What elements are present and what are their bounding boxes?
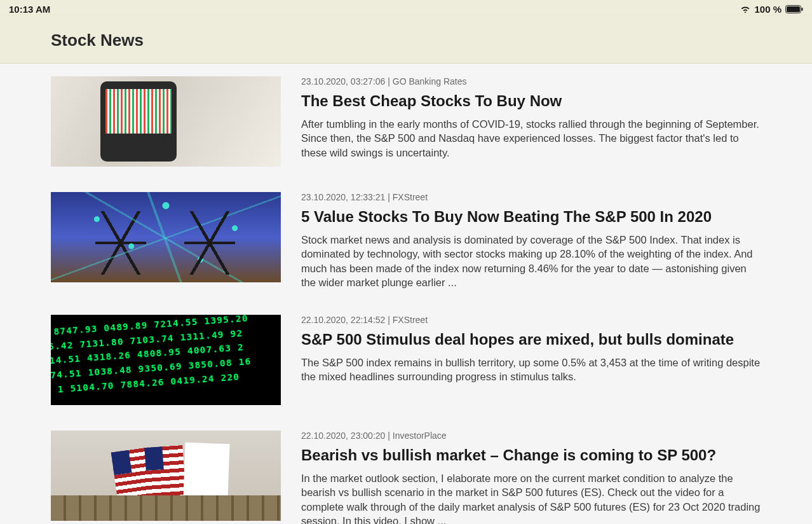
- news-article[interactable]: 23.10.2020, 12:33:21 | FXStreet 5 Value …: [51, 192, 761, 289]
- article-summary: The S&P 500 index remains in bullish ter…: [301, 355, 761, 384]
- news-article[interactable]: 23.10.2020, 03:27:06 | GO Banking Rates …: [51, 76, 761, 167]
- article-title[interactable]: Bearish vs bullish market – Change is co…: [301, 446, 761, 465]
- news-article[interactable]: 22.10.2020, 23:00:20 | InvestorPlace Bea…: [51, 431, 761, 524]
- article-title[interactable]: The Best Cheap Stocks To Buy Now: [301, 92, 761, 111]
- news-article[interactable]: 8747.93 0489.89 7214.55 1395.20 5.42 713…: [51, 315, 761, 405]
- news-feed[interactable]: 23.10.2020, 03:27:06 | GO Banking Rates …: [0, 64, 812, 524]
- stock-ticker-numbers-image: 8747.93 0489.89 7214.55 1395.20 5.42 713…: [51, 315, 281, 405]
- nyse-flags-image: [51, 431, 281, 521]
- phone-stock-chart-image: [51, 76, 281, 167]
- article-meta: 22.10.2020, 23:00:20 | InvestorPlace: [301, 431, 761, 441]
- article-body: 23.10.2020, 12:33:21 | FXStreet 5 Value …: [301, 192, 761, 289]
- article-meta: 23.10.2020, 12:33:21 | FXStreet: [301, 192, 761, 202]
- status-right: 100 %: [740, 4, 803, 15]
- article-source: FXStreet: [393, 192, 428, 202]
- power-grid-network-image: [51, 192, 281, 282]
- page-header: Stock News: [0, 15, 812, 64]
- article-title[interactable]: 5 Value Stocks To Buy Now Beating The S&…: [301, 207, 761, 226]
- article-source: GO Banking Rates: [393, 76, 467, 86]
- svg-rect-2: [802, 8, 803, 11]
- battery-percent: 100 %: [754, 4, 782, 15]
- article-source: FXStreet: [393, 315, 428, 325]
- article-meta: 23.10.2020, 03:27:06 | GO Banking Rates: [301, 76, 761, 86]
- article-date: 22.10.2020: [301, 315, 346, 325]
- article-body: 22.10.2020, 23:00:20 | InvestorPlace Bea…: [301, 431, 761, 524]
- article-date: 22.10.2020: [301, 431, 346, 441]
- article-time: 22:14:52: [351, 315, 386, 325]
- page-title: Stock News: [51, 31, 761, 50]
- article-body: 22.10.2020, 22:14:52 | FXStreet S&P 500 …: [301, 315, 761, 405]
- battery-icon: [785, 5, 803, 13]
- article-time: 03:27:06: [351, 76, 386, 86]
- svg-rect-1: [787, 6, 800, 12]
- article-summary: After tumbling in the early months of CO…: [301, 117, 761, 160]
- article-summary: Stock market news and analysis is domina…: [301, 233, 761, 289]
- article-time: 23:00:20: [351, 431, 386, 441]
- wifi-icon: [740, 5, 750, 13]
- article-meta: 22.10.2020, 22:14:52 | FXStreet: [301, 315, 761, 325]
- article-source: InvestorPlace: [393, 431, 447, 441]
- article-date: 23.10.2020: [301, 192, 346, 202]
- article-date: 23.10.2020: [301, 76, 346, 86]
- article-time: 12:33:21: [351, 192, 386, 202]
- article-body: 23.10.2020, 03:27:06 | GO Banking Rates …: [301, 76, 761, 167]
- status-bar: 10:13 AM 100 %: [0, 0, 812, 15]
- article-summary: In the market outlook section, I elabora…: [301, 471, 761, 524]
- article-title[interactable]: S&P 500 Stimulus deal hopes are mixed, b…: [301, 330, 761, 349]
- status-time: 10:13 AM: [9, 4, 50, 15]
